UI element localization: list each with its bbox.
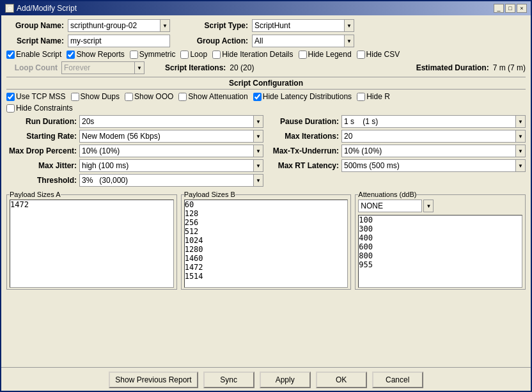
atten-dropdown-input[interactable] xyxy=(358,200,422,212)
run-duration-label: Run Duration: xyxy=(6,117,77,126)
starting-rate-field: Starting Rate: ▼ xyxy=(6,130,263,143)
max-tx-dropdown[interactable]: ▼ xyxy=(515,145,526,157)
loop-count-dropdown-btn[interactable]: ▼ xyxy=(134,61,145,74)
enable-script-checkbox-item: Enable Script xyxy=(6,50,61,59)
hide-constraints-checkbox[interactable] xyxy=(6,104,15,113)
group-action-combo[interactable]: ▼ xyxy=(252,35,354,47)
hide-r-label: Hide R xyxy=(366,92,390,101)
script-name-label: Script Name: xyxy=(6,36,64,45)
script-type-dropdown-btn[interactable]: ▼ xyxy=(344,19,354,32)
payload-b-fieldset: Payload Sizes B xyxy=(181,191,352,290)
payload-a-legend: Payload Sizes A xyxy=(10,191,61,198)
run-duration-dropdown[interactable]: ▼ xyxy=(253,115,263,128)
max-iterations-combo[interactable]: ▼ xyxy=(341,130,526,143)
loop-count-input[interactable] xyxy=(61,61,134,74)
maximize-button[interactable]: □ xyxy=(505,4,515,13)
group-action-input[interactable] xyxy=(252,35,344,47)
max-drop-combo[interactable]: ▼ xyxy=(79,145,263,157)
show-previous-report-button[interactable]: Show Previous Report xyxy=(109,372,198,388)
hide-legend-checkbox-item: Hide Legend xyxy=(299,50,352,59)
threshold-input[interactable] xyxy=(79,174,253,187)
show-reports-checkbox[interactable] xyxy=(66,51,75,59)
max-drop-dropdown[interactable]: ▼ xyxy=(253,145,263,157)
max-rt-latency-input[interactable] xyxy=(341,159,515,172)
script-type-label: Script Type: xyxy=(191,21,248,30)
max-tx-field: Max-Tx-Underrun: ▼ xyxy=(269,145,526,157)
symmetric-label: Symmetric xyxy=(139,50,176,59)
show-dups-checkbox[interactable] xyxy=(71,93,79,101)
script-name-input[interactable] xyxy=(68,35,170,47)
max-tx-input[interactable] xyxy=(341,145,515,157)
attenuations-legend: Attenuations (ddB) xyxy=(358,191,416,198)
show-attenuation-checkbox[interactable] xyxy=(178,93,187,101)
max-jitter-input[interactable] xyxy=(79,159,253,172)
group-name-dropdown-btn[interactable]: ▼ xyxy=(160,19,170,32)
run-duration-field: Run Duration: ▼ xyxy=(6,115,263,128)
hide-legend-label: Hide Legend xyxy=(308,50,352,59)
sync-button[interactable]: Sync xyxy=(203,372,254,388)
threshold-combo[interactable]: ▼ xyxy=(79,174,263,187)
show-dups-label: Show Dups xyxy=(81,92,120,101)
group-action-label: Group Action: xyxy=(191,36,248,45)
payload-a-textarea[interactable] xyxy=(10,200,174,288)
minimize-button[interactable]: _ xyxy=(494,4,504,13)
hide-legend-checkbox[interactable] xyxy=(299,51,307,59)
loop-count-label: Loop Count xyxy=(6,63,58,72)
starting-rate-input[interactable] xyxy=(79,130,253,143)
payload-row: Payload Sizes A Payload Sizes B Attenuat… xyxy=(6,191,526,290)
show-ooo-checkbox-item: Show OOO xyxy=(125,92,173,101)
hide-iteration-checkbox-item: Hide Iteration Details xyxy=(212,50,293,59)
hide-iteration-checkbox[interactable] xyxy=(212,51,221,59)
group-action-dropdown-btn[interactable]: ▼ xyxy=(344,35,354,47)
hide-csv-checkbox[interactable] xyxy=(357,51,365,59)
max-iterations-input[interactable] xyxy=(341,130,515,143)
enable-script-checkbox[interactable] xyxy=(6,51,15,59)
ok-button[interactable]: OK xyxy=(316,372,367,388)
hide-csv-checkbox-item: Hide CSV xyxy=(357,50,400,59)
main-window: ⚙ Add/Modify Script _ □ × Group Name: ▼ … xyxy=(0,0,532,392)
attenuations-fieldset: Attenuations (ddB) ▼ xyxy=(355,191,526,290)
max-drop-input[interactable] xyxy=(79,145,253,157)
group-name-input[interactable] xyxy=(68,19,160,32)
use-tcp-mss-checkbox[interactable] xyxy=(6,93,15,101)
run-duration-input[interactable] xyxy=(79,115,253,128)
window-controls: _ □ × xyxy=(494,4,527,13)
window-title: Add/Modify Script xyxy=(17,4,77,13)
max-jitter-dropdown[interactable]: ▼ xyxy=(253,159,263,172)
hide-r-checkbox[interactable] xyxy=(357,93,365,101)
starting-rate-dropdown[interactable]: ▼ xyxy=(253,130,263,143)
payload-b-textarea[interactable] xyxy=(184,200,348,288)
show-attenuation-label: Show Attenuation xyxy=(188,92,247,101)
symmetric-checkbox[interactable] xyxy=(130,51,138,59)
apply-button[interactable]: Apply xyxy=(260,372,311,388)
hide-latency-checkbox-item: Hide Latency Distributions xyxy=(253,92,352,101)
atten-dropdown-row: ▼ xyxy=(358,200,522,212)
close-button[interactable]: × xyxy=(517,4,527,13)
group-name-combo[interactable]: ▼ xyxy=(68,19,170,32)
run-duration-combo[interactable]: ▼ xyxy=(79,115,263,128)
starting-rate-combo[interactable]: ▼ xyxy=(79,130,263,143)
threshold-dropdown[interactable]: ▼ xyxy=(253,174,263,187)
show-ooo-checkbox[interactable] xyxy=(125,93,133,101)
max-drop-label: Max Drop Percent: xyxy=(6,146,77,155)
max-iterations-dropdown[interactable]: ▼ xyxy=(515,130,526,143)
pause-duration-input[interactable] xyxy=(341,115,515,128)
max-rt-latency-combo[interactable]: ▼ xyxy=(341,159,526,172)
loop-count-combo[interactable]: ▼ xyxy=(61,61,145,74)
script-type-input[interactable] xyxy=(252,19,344,32)
pause-duration-dropdown[interactable]: ▼ xyxy=(515,115,526,128)
form-fields-grid: Run Duration: ▼ Pause Duration: ▼ Starti… xyxy=(6,115,526,187)
max-tx-combo[interactable]: ▼ xyxy=(341,145,526,157)
estimated-duration-value: 7 m (7 m) xyxy=(493,63,526,72)
max-drop-field: Max Drop Percent: ▼ xyxy=(6,145,263,157)
pause-duration-combo[interactable]: ▼ xyxy=(341,115,526,128)
attenuations-textarea[interactable] xyxy=(358,215,522,288)
cancel-button[interactable]: Cancel xyxy=(372,372,423,388)
max-rt-latency-dropdown[interactable]: ▼ xyxy=(515,159,526,172)
atten-dropdown-btn[interactable]: ▼ xyxy=(423,200,434,212)
hide-latency-checkbox[interactable] xyxy=(253,93,262,101)
app-icon: ⚙ xyxy=(5,4,14,13)
loop-checkbox[interactable] xyxy=(180,51,189,59)
max-jitter-combo[interactable]: ▼ xyxy=(79,159,263,172)
script-type-combo[interactable]: ▼ xyxy=(252,19,354,32)
